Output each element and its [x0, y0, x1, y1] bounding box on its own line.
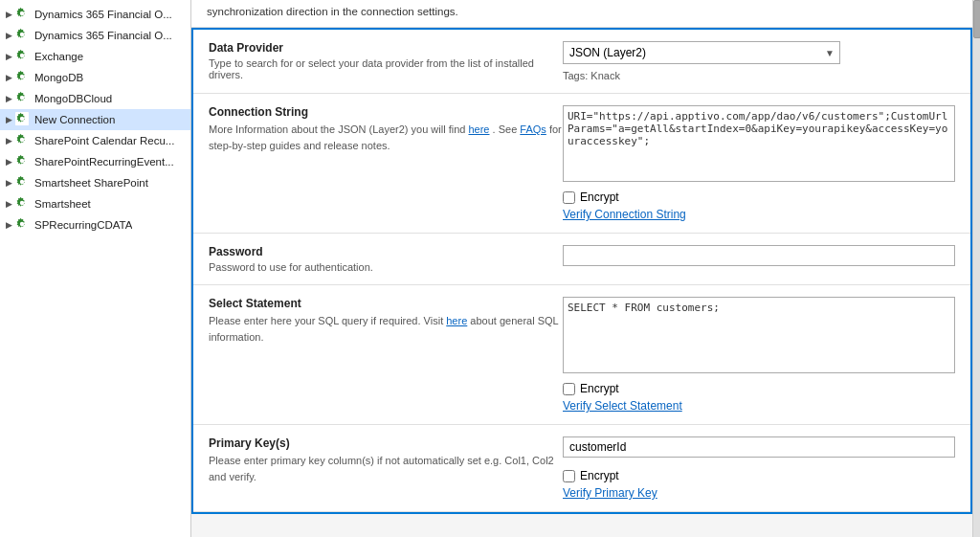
gear-icon: [15, 28, 31, 43]
top-note-text: synchronization direction in the connect…: [207, 6, 458, 17]
data-provider-control-col: JSON (Layer2) SharePoint MongoDB Exchang…: [563, 41, 955, 81]
connection-string-title: Connection String: [209, 105, 563, 119]
gear-icon: [15, 70, 31, 85]
ss-link-here[interactable]: here: [446, 315, 467, 326]
svg-point-17: [20, 117, 24, 121]
verify-primary-key-link[interactable]: Verify Primary Key: [563, 486, 955, 500]
svg-point-2: [20, 11, 24, 15]
sidebar-item-sharepoint-cal[interactable]: ▶ SharePoint Calendar Recu...: [0, 130, 190, 151]
primary-key-control-col: Encrypt Verify Primary Key: [563, 436, 955, 500]
chevron-right-icon: ▶: [6, 10, 15, 19]
gear-icon: [15, 7, 31, 22]
primary-key-input[interactable]: [563, 436, 955, 458]
tags-label: Tags:: [563, 70, 588, 81]
sidebar-item-sprecurring-cdata[interactable]: ▶ SPRecurringCDATA: [0, 214, 190, 235]
select-statement-title: Select Statement: [209, 297, 563, 310]
chevron-right-icon: ▶: [6, 52, 15, 61]
primary-key-encrypt-row: Encrypt: [563, 469, 955, 482]
password-row: Password Password to use for authenticat…: [193, 234, 970, 285]
gear-icon: [15, 196, 31, 212]
sidebar-item-label: Smartsheet SharePoint: [34, 177, 148, 189]
scrollbar[interactable]: [972, 0, 980, 537]
sidebar-item-label: MongoDB: [34, 72, 83, 83]
gear-icon: [15, 175, 31, 190]
primary-key-encrypt-checkbox[interactable]: [563, 470, 575, 482]
form-container: synchronization direction in the connect…: [191, 0, 972, 514]
sidebar-scroll: ▶ Dynamics 365 Financial O...▶ Dynamics …: [0, 4, 190, 537]
password-title: Password: [209, 245, 563, 258]
gear-icon: [15, 217, 31, 233]
sidebar-item-label: SharePoint Calendar Recu...: [34, 135, 174, 146]
sidebar-item-label: New Connection: [34, 114, 115, 125]
ss-desc-prefix: Please enter here your SQL query if requ…: [209, 315, 443, 326]
tags-value: Knack: [590, 70, 620, 81]
select-statement-encrypt-label: Encrypt: [580, 382, 619, 395]
svg-point-11: [20, 75, 24, 78]
svg-point-8: [20, 54, 24, 57]
data-provider-title: Data Provider: [209, 41, 563, 55]
gear-icon: [15, 133, 31, 148]
sidebar: ▶ Dynamics 365 Financial O...▶ Dynamics …: [0, 0, 191, 537]
chevron-right-icon: ▶: [6, 220, 15, 230]
svg-point-32: [20, 222, 24, 226]
sidebar-item-smartsheet-sharepoint[interactable]: ▶ Smartsheet SharePoint: [0, 172, 190, 193]
data-provider-description: Type to search for or select your data p…: [209, 57, 563, 80]
svg-point-14: [20, 96, 24, 100]
svg-point-5: [20, 33, 24, 36]
gear-icon: [15, 91, 31, 106]
password-label-col: Password Password to use for authenticat…: [209, 245, 563, 273]
primary-key-description: Please enter primary key column(s) if no…: [209, 453, 563, 484]
gear-icon: [15, 154, 31, 169]
scrollbar-thumb[interactable]: [973, 0, 980, 38]
sidebar-item-mongodb[interactable]: ▶ MongoDB: [0, 67, 190, 88]
sidebar-item-sharepoint-recurring[interactable]: ▶ SharePointRecurringEvent...: [0, 151, 190, 172]
svg-point-23: [20, 159, 24, 163]
verify-select-statement-link[interactable]: Verify Select Statement: [563, 399, 955, 413]
gear-icon: [15, 49, 31, 64]
select-statement-encrypt-checkbox[interactable]: [563, 383, 575, 395]
sidebar-item-mongodbcloud[interactable]: ▶ MongoDBCloud: [0, 88, 190, 109]
sidebar-item-label: Smartsheet: [34, 198, 91, 210]
sidebar-item-dynamics365-2[interactable]: ▶ Dynamics 365 Financial O...: [0, 25, 190, 46]
select-statement-encrypt-row: Encrypt: [563, 382, 955, 395]
password-input[interactable]: [563, 245, 955, 266]
connection-string-label-col: Connection String More Information about…: [209, 105, 563, 221]
sidebar-item-smartsheet[interactable]: ▶ Smartsheet: [0, 193, 190, 214]
select-statement-row: Select Statement Please enter here your …: [193, 285, 970, 425]
sidebar-item-label: Dynamics 365 Financial O...: [34, 30, 172, 41]
connection-string-encrypt-row: Encrypt: [563, 190, 955, 204]
sidebar-item-new-connection[interactable]: ▶ New Connection: [0, 109, 190, 130]
svg-point-29: [20, 201, 24, 205]
chevron-right-icon: ▶: [6, 115, 15, 124]
verify-connection-string-link[interactable]: Verify Connection String: [563, 208, 955, 221]
top-note: synchronization direction in the connect…: [191, 0, 972, 28]
primary-key-row: Primary Key(s) Please enter primary key …: [193, 425, 970, 512]
select-statement-label-col: Select Statement Please enter here your …: [209, 297, 563, 413]
svg-point-26: [20, 180, 24, 184]
sidebar-item-exchange[interactable]: ▶ Exchange: [0, 46, 190, 67]
chevron-right-icon: ▶: [6, 199, 15, 209]
sidebar-item-label: SPRecurringCDATA: [34, 219, 132, 231]
chevron-right-icon: ▶: [6, 31, 15, 40]
cs-desc-middle: . See: [493, 123, 518, 135]
cs-desc-prefix: More Information about the JSON (Layer2)…: [209, 123, 465, 135]
chevron-right-icon: ▶: [6, 157, 15, 167]
primary-key-encrypt-label: Encrypt: [580, 469, 619, 482]
select-statement-description: Please enter here your SQL query if requ…: [209, 313, 563, 345]
data-provider-select[interactable]: JSON (Layer2) SharePoint MongoDB Exchang…: [563, 41, 840, 64]
sidebar-item-label: Exchange: [34, 51, 83, 62]
select-statement-textarea[interactable]: [563, 297, 955, 373]
cs-link-faqs[interactable]: FAQs: [520, 123, 546, 135]
connection-string-textarea[interactable]: [563, 105, 955, 182]
gear-icon: [15, 112, 31, 127]
form-section: Data Provider Type to search for or sele…: [191, 28, 972, 514]
connection-string-encrypt-checkbox[interactable]: [563, 191, 575, 204]
primary-key-title: Primary Key(s): [209, 436, 563, 450]
select-statement-control-col: Encrypt Verify Select Statement: [563, 297, 955, 413]
sidebar-item-dynamics365-1[interactable]: ▶ Dynamics 365 Financial O...: [0, 4, 190, 25]
sidebar-item-label: Dynamics 365 Financial O...: [34, 9, 172, 20]
sidebar-item-label: MongoDBCloud: [34, 93, 112, 104]
chevron-right-icon: ▶: [6, 178, 15, 188]
data-provider-label-col: Data Provider Type to search for or sele…: [209, 41, 563, 81]
cs-link-here[interactable]: here: [468, 123, 489, 135]
